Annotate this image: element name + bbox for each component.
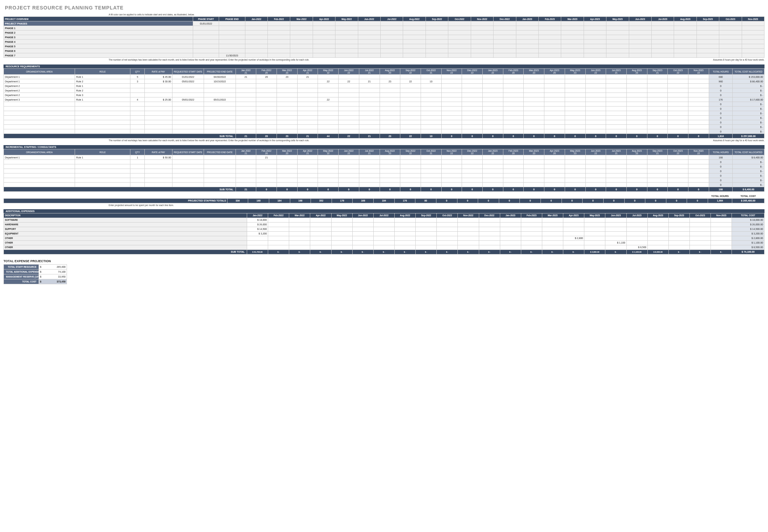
- workday-cell[interactable]: [421, 155, 441, 160]
- expense-cell[interactable]: [647, 222, 668, 227]
- expense-cell[interactable]: [479, 240, 500, 245]
- expense-cell[interactable]: [416, 231, 437, 236]
- workday-cell[interactable]: [359, 129, 380, 134]
- expense-cell[interactable]: [584, 245, 605, 250]
- gantt-cell[interactable]: [494, 21, 516, 26]
- workday-cell[interactable]: [503, 107, 524, 111]
- workday-cell[interactable]: [544, 120, 565, 125]
- gantt-cell[interactable]: [335, 49, 358, 53]
- workday-cell[interactable]: [277, 183, 297, 187]
- workday-cell[interactable]: [400, 155, 421, 160]
- expense-cell[interactable]: [689, 218, 711, 222]
- expense-cell[interactable]: [289, 227, 310, 231]
- workday-cell[interactable]: [606, 107, 627, 111]
- workday-cell[interactable]: [380, 129, 400, 134]
- workday-cell[interactable]: [606, 183, 627, 187]
- workday-cell[interactable]: [256, 183, 277, 187]
- expense-cell[interactable]: [584, 236, 605, 240]
- workday-cell[interactable]: [359, 160, 380, 164]
- expense-cell[interactable]: [268, 227, 289, 231]
- expense-cell[interactable]: [247, 236, 268, 240]
- gantt-cell[interactable]: [403, 30, 426, 35]
- expense-cell[interactable]: [605, 236, 626, 240]
- workday-cell[interactable]: [647, 107, 668, 111]
- expense-cell[interactable]: [310, 222, 331, 227]
- workday-cell[interactable]: [236, 88, 256, 93]
- workday-cell[interactable]: [236, 84, 256, 88]
- workday-cell[interactable]: [297, 102, 318, 107]
- gantt-cell[interactable]: [268, 35, 290, 40]
- workday-cell[interactable]: [524, 116, 544, 120]
- workday-cell[interactable]: [236, 129, 256, 134]
- expense-cell[interactable]: [352, 227, 373, 231]
- workday-cell[interactable]: [606, 178, 627, 183]
- workday-cell[interactable]: [483, 155, 503, 160]
- gantt-cell[interactable]: [313, 44, 335, 49]
- expense-cell[interactable]: [668, 227, 689, 231]
- workday-cell[interactable]: [441, 164, 462, 169]
- workday-cell[interactable]: 22: [318, 79, 339, 84]
- expense-cell[interactable]: [247, 245, 268, 250]
- workday-cell[interactable]: [565, 125, 585, 129]
- expense-cell[interactable]: [289, 236, 310, 240]
- workday-cell[interactable]: [236, 97, 256, 102]
- workday-cell[interactable]: [626, 178, 647, 183]
- workday-cell[interactable]: [688, 178, 709, 183]
- gantt-cell[interactable]: [403, 21, 426, 26]
- gantt-cell[interactable]: [268, 30, 290, 35]
- expense-cell[interactable]: [479, 231, 500, 236]
- workday-cell[interactable]: [400, 75, 421, 79]
- gantt-cell[interactable]: [313, 40, 335, 44]
- workday-cell[interactable]: [503, 102, 524, 107]
- gantt-cell[interactable]: [674, 40, 696, 44]
- workday-cell[interactable]: [277, 169, 297, 173]
- role[interactable]: [75, 129, 130, 134]
- workday-cell[interactable]: [668, 178, 688, 183]
- gantt-cell[interactable]: [290, 49, 313, 53]
- workday-cell[interactable]: [606, 93, 627, 97]
- workday-cell[interactable]: [359, 169, 380, 173]
- workday-cell[interactable]: [318, 93, 339, 97]
- workday-cell[interactable]: [606, 173, 627, 178]
- gantt-cell[interactable]: [538, 49, 561, 53]
- workday-cell[interactable]: [318, 75, 339, 79]
- expense-cell[interactable]: [605, 231, 626, 236]
- gantt-cell[interactable]: [448, 35, 471, 40]
- expense-cell[interactable]: [310, 236, 331, 240]
- workday-cell[interactable]: [585, 169, 606, 173]
- workday-cell[interactable]: [626, 116, 647, 120]
- workday-cell[interactable]: [606, 169, 627, 173]
- expense-cell[interactable]: $ 2,800: [563, 236, 584, 240]
- workday-cell[interactable]: [565, 169, 585, 173]
- gantt-cell[interactable]: [494, 26, 516, 30]
- workday-cell[interactable]: [359, 183, 380, 187]
- expense-cell[interactable]: [268, 231, 289, 236]
- workday-cell[interactable]: [256, 93, 277, 97]
- role[interactable]: [75, 173, 130, 178]
- expense-cell[interactable]: [416, 218, 437, 222]
- workday-cell[interactable]: [441, 75, 462, 79]
- workday-cell[interactable]: [421, 88, 441, 93]
- workday-cell[interactable]: [524, 178, 544, 183]
- gantt-cell[interactable]: [719, 26, 742, 30]
- workday-cell[interactable]: [585, 178, 606, 183]
- workday-cell[interactable]: [626, 88, 647, 93]
- workday-cell[interactable]: [421, 107, 441, 111]
- gantt-cell[interactable]: [606, 40, 629, 44]
- gantt-cell[interactable]: [719, 53, 742, 58]
- workday-cell[interactable]: [626, 93, 647, 97]
- gantt-cell[interactable]: [448, 21, 471, 26]
- gantt-cell[interactable]: [313, 26, 335, 30]
- workday-cell[interactable]: [277, 116, 297, 120]
- expense-cell[interactable]: [711, 240, 732, 245]
- expense-cell[interactable]: [542, 245, 563, 250]
- workday-cell[interactable]: [647, 79, 668, 84]
- gantt-cell[interactable]: [448, 40, 471, 44]
- gantt-cell[interactable]: [629, 53, 651, 58]
- workday-cell[interactable]: [462, 97, 483, 102]
- workday-cell[interactable]: [544, 183, 565, 187]
- expense-cell[interactable]: [689, 222, 711, 227]
- gantt-cell[interactable]: [358, 26, 380, 30]
- workday-cell[interactable]: [297, 178, 318, 183]
- workday-cell[interactable]: [441, 102, 462, 107]
